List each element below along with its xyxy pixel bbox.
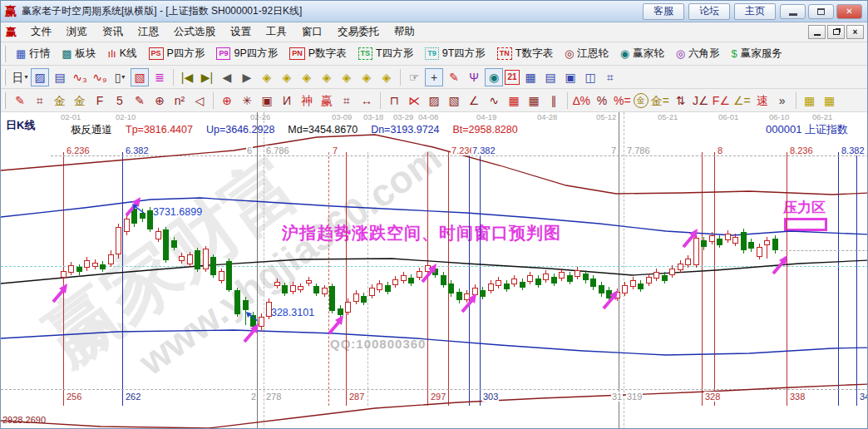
child-minimize-button[interactable] [808,25,826,39]
next-page-icon[interactable]: ▶ [238,68,256,86]
menu-item-7[interactable]: 窗口 [294,23,330,41]
zigzag-icon[interactable]: ∿ [485,91,503,110]
jump-right-icon[interactable]: ◈ [278,68,296,86]
gold-lines-icon[interactable]: 金= [650,91,670,110]
layout-grid2-icon[interactable]: ▦ [821,91,839,110]
angle-j-icon[interactable]: J∠ [692,91,710,110]
shen-tool-icon[interactable]: 神 [298,91,316,110]
more-tools-icon[interactable]: » [773,91,792,110]
price-marker-icon[interactable]: ⇅ [672,91,690,110]
kline-style-icon[interactable]: 日▾ [11,68,29,86]
n2-ruler-icon[interactable]: n² [170,91,189,110]
grid-arrow-icon[interactable]: ▦ [525,91,543,110]
i-tool-icon[interactable]: И [278,91,296,110]
grid-red-icon[interactable]: ▦ [505,91,523,110]
workstation-icon[interactable]: ⌗ [601,68,619,86]
ruler-123-icon[interactable]: ⌗ [338,91,356,110]
candle-style-icon[interactable]: ▯▾ [111,68,129,86]
gann-star-icon[interactable]: ✳ [238,91,256,110]
five-ruler-icon[interactable]: 5 [111,91,129,110]
circle-ruler-icon[interactable]: ⊕ [150,91,169,110]
pencil-icon[interactable]: ✎ [11,91,29,110]
network-icon[interactable]: ◫ [581,68,599,86]
menu-item-9[interactable]: 帮助 [387,23,422,41]
zoom-out-icon[interactable]: ◈ [358,68,376,86]
toolbar-grip[interactable] [3,92,6,109]
gann-wheel-button[interactable]: ◎江恩轮 [565,47,609,61]
kline-button[interactable]: ılıK线 [108,47,137,61]
forum-button[interactable]: 论坛 [688,3,730,20]
first-page-icon[interactable]: |◀ [178,68,196,86]
ying-tool-icon[interactable]: 赢 [318,91,336,110]
p-table-button[interactable]: PNP数字表 [289,47,346,61]
calculator-icon[interactable]: ▦ [521,68,540,86]
fit-view-icon[interactable]: ◈ [377,68,396,86]
prev-page-icon[interactable]: ◀ [218,68,236,86]
support-button[interactable]: 客服 [643,3,684,20]
winner-wheel-button[interactable]: ◉赢家轮 [620,47,664,61]
parallel-lines-icon[interactable]: ∥ [545,91,563,110]
gold-ruler2-icon[interactable]: 金 [71,91,89,110]
menu-item-8[interactable]: 交易委托 [330,23,387,41]
zoom-in-icon[interactable]: ◈ [338,68,356,86]
hexagon-button[interactable]: ◎六角形 [676,47,720,61]
jump-left-icon[interactable]: ◈ [258,68,276,86]
home-button[interactable]: 主页 [734,3,776,20]
trend-angle-icon[interactable]: ∠ [465,91,483,110]
volume-profile-icon[interactable]: ≣ [150,68,169,86]
restore-button[interactable] [808,4,834,19]
winner-service-button[interactable]: $赢家服务 [732,47,782,61]
calendar-icon[interactable]: 21 [505,70,520,85]
info-report-icon[interactable]: ▤ [51,68,69,86]
menu-item-3[interactable]: 江恩 [131,23,166,41]
menu-item-5[interactable]: 设置 [223,23,259,41]
percent-lines-icon[interactable]: %= [613,91,632,110]
wave-3-icon[interactable]: ∿₃ [71,68,89,86]
gann-box2-icon[interactable]: ▧ [445,91,463,110]
f-ruler-icon[interactable]: F [91,91,109,110]
toolbar-grip[interactable] [3,46,6,62]
gann-circle-icon[interactable]: ⊕ [218,91,236,110]
gold-circle-icon[interactable]: 金 [634,93,649,108]
kline-chart[interactable]: 赢家财富 www.yhgjia360.com 日K线 极反通道Tp=3816.4… [1,112,868,429]
layout-grid-icon[interactable]: ▦ [801,91,819,110]
pattern-window-icon[interactable]: ▨ [31,68,49,86]
comb-ruler-icon[interactable]: ⌗ [31,91,49,110]
menu-item-2[interactable]: 资讯 [95,23,131,41]
wave-9-icon[interactable]: ∿₉ [91,68,109,86]
gold-speed-icon[interactable]: ∠= [732,91,752,110]
percent-range-icon[interactable]: ∆% [572,91,591,110]
p-square-button[interactable]: PSP四方形 [149,47,205,61]
title-bar[interactable]: 赢 赢家老子时空周期系统[纵横版] - [上证指数 SH000001-92日K线… [1,1,867,22]
hand-tool-icon[interactable]: ☞ [405,68,423,86]
sectors-button[interactable]: ▩板块 [62,47,96,61]
angle-f-icon[interactable]: F∠ [712,91,731,110]
t-square-button[interactable]: TST四方形 [358,47,414,61]
marker-icon[interactable]: ✎ [131,91,149,110]
brain-tool-icon[interactable]: ◉ [485,68,503,86]
expand-icon[interactable]: ◈ [318,68,336,86]
menu-item-4[interactable]: 公式选股 [166,23,223,41]
speed-angle-icon[interactable]: 速 [753,91,772,110]
close-button[interactable]: ✕ [836,4,862,19]
t-table-button[interactable]: TNT数字表 [497,47,553,61]
gold-ruler-icon[interactable]: 金 [51,91,69,110]
toolbar-grip[interactable] [3,69,6,86]
menu-item-6[interactable]: 工具 [259,23,294,41]
memo-icon[interactable]: ▤ [541,68,560,86]
angle-ruler-icon[interactable]: ◁ [190,91,209,110]
compress-icon[interactable]: ◈ [298,68,316,86]
fan-lines-icon[interactable]: ⋉ [405,91,423,110]
gann-tool-icon[interactable]: Ψ [465,68,483,86]
width-tool-icon[interactable]: ↔ [358,91,376,110]
9p-square-button[interactable]: P99P四方形 [216,47,278,61]
child-restore-button[interactable] [827,25,845,39]
crosshair-tool-icon[interactable]: + [425,68,443,86]
percent-icon[interactable]: % [593,91,611,110]
gann-box-star-icon[interactable]: ▣ [258,91,276,110]
menu-item-1[interactable]: 浏览 [59,23,95,41]
9t-square-button[interactable]: T99T四方形 [425,47,486,61]
last-page-icon[interactable]: ▶| [198,68,216,86]
gann-box-icon[interactable]: ▨ [425,91,443,110]
save-icon[interactable]: ▣ [561,68,579,86]
